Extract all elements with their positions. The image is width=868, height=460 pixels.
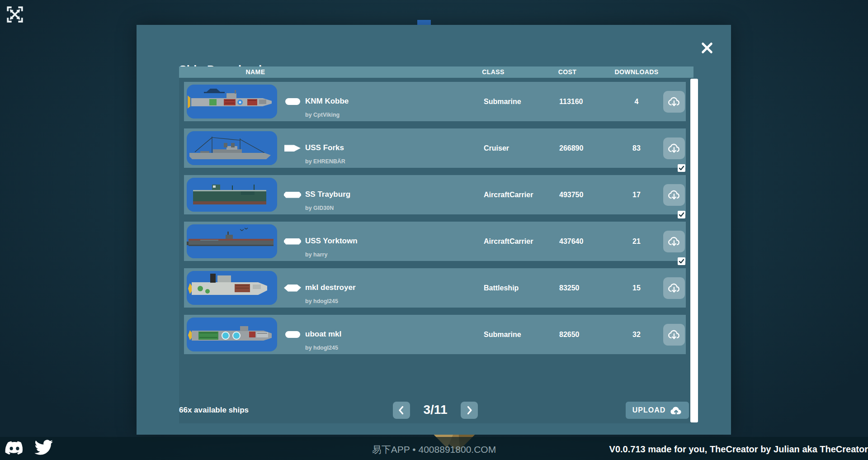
ship-name: mkI destroyer <box>305 283 356 292</box>
ship-downloads: 32 <box>609 331 664 339</box>
ship-thumbnail <box>187 224 277 258</box>
class-silhouette-wrap <box>280 98 305 105</box>
download-button[interactable] <box>663 231 685 252</box>
table-header: NAME CLASS COST DOWNLOADS <box>179 66 693 78</box>
class-silhouette-icon <box>284 145 301 152</box>
class-silhouette-wrap <box>280 145 305 152</box>
ship-downloads: 21 <box>609 237 664 246</box>
ship-name: USS Yorktown <box>305 237 358 246</box>
ship-thumbnail <box>187 271 277 305</box>
class-silhouette-wrap <box>280 331 305 338</box>
class-silhouette-icon <box>285 98 300 105</box>
ship-cost: 83250 <box>559 284 609 292</box>
ship-author: by harry <box>305 251 327 258</box>
ship-cost: 113160 <box>559 98 609 106</box>
ship-cost: 82650 <box>559 331 609 339</box>
class-silhouette-wrap <box>280 238 305 245</box>
cloud-download-icon <box>667 142 681 155</box>
ship-downloads: 15 <box>609 284 664 292</box>
upload-button[interactable]: UPLOAD <box>626 402 689 419</box>
table-viewport: KNM Kobbe by CptViking Submarine 113160 … <box>179 78 693 423</box>
ship-row[interactable]: SS Trayburg by GID30N AircraftCarrier 49… <box>184 175 686 214</box>
header-class: CLASS <box>482 68 504 76</box>
class-silhouette-icon <box>284 238 301 245</box>
ship-thumbnail <box>187 131 277 165</box>
header-downloads: DOWNLOADS <box>615 68 659 76</box>
download-button[interactable] <box>663 324 685 346</box>
ship-list: KNM Kobbe by CptViking Submarine 113160 … <box>184 82 686 361</box>
prev-page-button[interactable] <box>393 402 410 419</box>
downloaded-checkbox[interactable] <box>678 211 685 218</box>
twitter-icon[interactable] <box>34 440 53 455</box>
ship-class: Cruiser <box>484 144 559 152</box>
ship-row[interactable]: USS Forks by EHRENBÄR Cruiser 266890 83 <box>184 128 686 168</box>
statusbar-center-text: 易下APP • 4008891800.COM <box>372 443 496 456</box>
download-button-wrap <box>663 277 685 299</box>
fullscreen-icon[interactable] <box>5 5 24 24</box>
ship-author: by CptViking <box>305 112 340 118</box>
ship-name-block: USS Yorktown by harry <box>305 222 484 261</box>
class-silhouette-wrap <box>280 285 305 292</box>
ship-author: by hdogI245 <box>305 345 338 351</box>
ship-name-block: SS Trayburg by GID30N <box>305 175 484 214</box>
download-button[interactable] <box>663 277 685 299</box>
download-button[interactable] <box>663 91 685 113</box>
downloaded-checkbox[interactable] <box>678 257 685 265</box>
scrollbar[interactable] <box>690 79 698 422</box>
header-cost: COST <box>558 68 577 76</box>
ship-thumbnail <box>187 85 277 119</box>
close-icon <box>700 42 714 54</box>
ship-downloads: 17 <box>609 191 664 199</box>
ship-cost: 493750 <box>559 191 609 199</box>
download-button[interactable] <box>663 138 685 159</box>
next-page-button[interactable] <box>461 402 478 419</box>
cloud-download-icon <box>667 235 681 248</box>
page-indicator: 3/11 <box>410 403 460 417</box>
ship-row[interactable]: KNM Kobbe by CptViking Submarine 113160 … <box>184 82 686 121</box>
ship-downloads: 83 <box>609 144 664 152</box>
available-ships-label: 66x available ships <box>179 406 249 415</box>
ship-thumbnail <box>187 318 277 351</box>
ship-name: USS Forks <box>305 143 344 152</box>
status-bar: 易下APP • 4008891800.COM V0.0.713 made for… <box>0 437 868 460</box>
cloud-download-icon <box>667 328 681 341</box>
class-silhouette-icon <box>284 285 301 292</box>
ship-name-block: uboat mkI by hdogI245 <box>305 315 484 354</box>
ship-row[interactable]: USS Yorktown by harry AircraftCarrier 43… <box>184 222 686 261</box>
check-icon <box>679 165 684 171</box>
cloud-download-icon <box>667 188 681 202</box>
ship-name-block: USS Forks by EHRENBÄR <box>305 128 484 168</box>
close-button[interactable] <box>699 41 715 56</box>
ship-name: SS Trayburg <box>305 190 350 199</box>
check-icon <box>679 212 684 218</box>
cloud-upload-icon <box>670 405 682 415</box>
upload-button-label: UPLOAD <box>632 406 666 414</box>
discord-icon[interactable] <box>5 440 24 455</box>
ship-cost: 437640 <box>559 237 609 246</box>
ship-class: AircraftCarrier <box>484 237 559 246</box>
download-button-wrap <box>663 138 685 159</box>
ship-name-block: mkI destroyer by hdogI245 <box>305 268 484 308</box>
cloud-download-icon <box>667 95 681 109</box>
ship-author: by EHRENBÄR <box>305 158 345 165</box>
ship-row[interactable]: uboat mkI by hdogI245 Submarine 82650 32 <box>184 315 686 354</box>
version-text: V0.0.713 made for you, TheCreator by Jul… <box>609 444 868 455</box>
ship-cost: 266890 <box>559 144 609 152</box>
download-button-wrap <box>663 91 685 113</box>
ship-author: by GID30N <box>305 205 334 211</box>
class-silhouette-icon <box>284 192 301 198</box>
downloaded-checkbox[interactable] <box>678 164 685 172</box>
download-button-wrap <box>663 184 685 206</box>
download-button-wrap <box>663 231 685 252</box>
ship-row[interactable]: mkI destroyer by hdogI245 Battleship 832… <box>184 268 686 308</box>
chevron-left-icon <box>396 405 407 416</box>
ship-thumbnail <box>187 178 277 212</box>
ship-downloads-modal: Ship Downloads: NAME CLASS COST DOWNLOAD… <box>137 25 731 435</box>
ship-name: KNM Kobbe <box>305 97 349 106</box>
download-button[interactable] <box>663 184 685 206</box>
check-icon <box>679 258 684 264</box>
cloud-download-icon <box>667 281 681 295</box>
class-silhouette-wrap <box>280 192 305 198</box>
ship-class: Submarine <box>484 331 559 339</box>
ship-author: by hdogI245 <box>305 298 338 304</box>
